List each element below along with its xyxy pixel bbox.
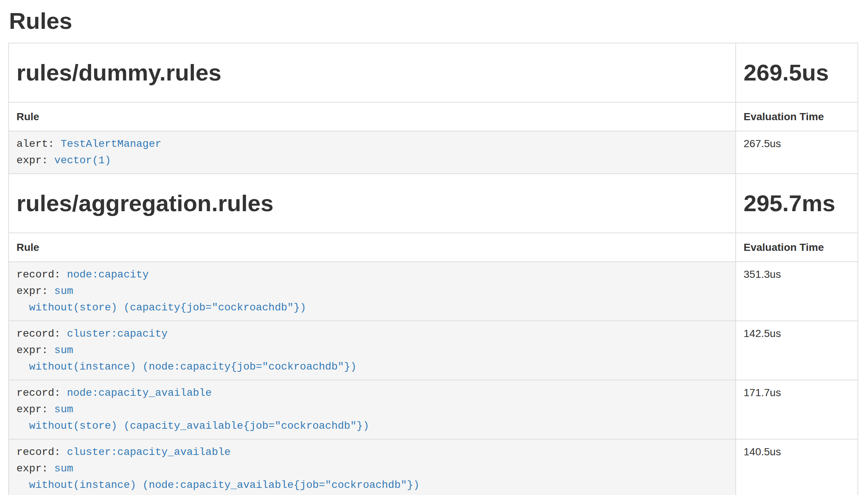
rules-table: rules/dummy.rules 269.5us Rule Evaluatio… [8,43,858,495]
eval-time-cell: 171.7us [736,380,858,439]
rule-column-header: Rule [9,233,736,262]
expr-label: expr: [16,155,48,166]
rule-row: record: node:capacity_available expr: su… [9,380,858,439]
rule-name-link[interactable]: TestAlertManager [61,138,162,150]
eval-time-cell: 140.5us [736,439,858,495]
rule-row: record: cluster:capacity_available expr:… [9,439,858,495]
rule-expr-link[interactable]: sum without(instance) (node:capacity_ava… [16,463,419,491]
column-header-row: Rule Evaluation Time [9,233,858,262]
rule-kind-label: alert: [16,138,54,150]
group-file-name: rules/dummy.rules [9,43,736,102]
rule-row: record: node:capacity expr: sum without(… [9,262,858,321]
eval-time-cell: 142.5us [736,321,858,380]
rule-code-cell: record: cluster:capacity_available expr:… [9,439,736,495]
group-eval-time: 295.7ms [736,174,858,233]
rule-kind-label: record: [16,446,61,458]
rule-kind-label: record: [16,387,61,399]
page-title: Rules [9,7,858,34]
rule-name-link[interactable]: cluster:capacity_available [67,446,230,458]
rule-expr-link[interactable]: sum without(store) (capacity{job="cockro… [16,285,306,313]
eval-time-column-header: Evaluation Time [736,102,858,131]
eval-time-cell: 351.3us [736,262,858,321]
rule-code-cell: record: node:capacity expr: sum without(… [9,262,736,321]
expr-label: expr: [16,463,48,474]
expr-label: expr: [16,404,48,415]
rule-code-cell: record: cluster:capacity expr: sum witho… [9,321,736,380]
rule-row: record: cluster:capacity expr: sum witho… [9,321,858,380]
column-header-row: Rule Evaluation Time [9,102,858,131]
rule-expr-link[interactable]: vector(1) [54,155,111,166]
rule-expr-link[interactable]: sum without(store) (capacity_available{j… [16,404,369,432]
group-header-row: rules/dummy.rules 269.5us [9,43,858,102]
rule-name-link[interactable]: node:capacity [67,269,148,280]
eval-time-cell: 267.5us [736,131,858,174]
rule-code-cell: record: node:capacity_available expr: su… [9,380,736,439]
group-eval-time: 269.5us [736,43,858,102]
group-header-row: rules/aggregation.rules 295.7ms [9,174,858,233]
expr-label: expr: [16,285,48,297]
rule-kind-label: record: [16,269,61,280]
rule-kind-label: record: [16,328,61,340]
expr-label: expr: [16,344,48,356]
rule-name-link[interactable]: node:capacity_available [67,387,211,399]
rule-code-cell: alert: TestAlertManager expr: vector(1) [9,131,736,174]
group-file-name: rules/aggregation.rules [9,174,736,233]
eval-time-column-header: Evaluation Time [736,233,858,262]
rule-name-link[interactable]: cluster:capacity [67,328,168,340]
rule-column-header: Rule [9,102,736,131]
rule-expr-link[interactable]: sum without(instance) (node:capacity{job… [16,344,356,373]
rule-row: alert: TestAlertManager expr: vector(1) … [9,131,858,174]
